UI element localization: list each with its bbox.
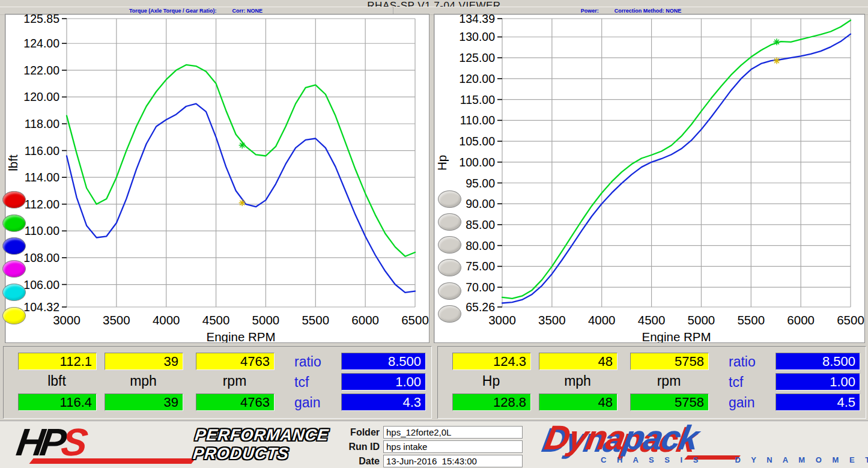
torque-chart[interactable]: 125.85124.00122.00120.00118.00116.00114.… [5,14,429,342]
mph-label: mph [105,373,182,389]
svg-text:85.00: 85.00 [466,218,495,231]
channel-button-red[interactable] [2,191,26,208]
rpm-label: rpm [630,373,708,389]
power-cursor1-value: 124.3 [452,353,531,370]
svg-text:114.00: 114.00 [25,171,59,184]
hps-logo: HPS PERFORMANCE PRODUCTS [11,424,329,467]
svg-text:120.00: 120.00 [23,90,59,103]
torque-caption-corr: Corr: NONE [232,8,263,14]
run-id-input[interactable] [383,440,523,453]
channel-button-gray-4[interactable] [438,259,461,276]
dynapack-logo-pack: pack [621,418,701,457]
power-caption-corr: Correction Method: NONE [615,8,682,14]
svg-text:105.00: 105.00 [459,135,495,148]
power-chart[interactable]: 134.39130.00125.00120.00115.00110.00105.… [434,14,864,342]
svg-text:5500: 5500 [302,313,329,327]
torque-cursor1-rpm: 4763 [196,353,275,370]
svg-text:6500: 6500 [837,313,864,327]
svg-text:116.00: 116.00 [25,144,59,157]
svg-text:118.00: 118.00 [25,117,59,130]
svg-text:3500: 3500 [103,313,130,327]
viewer-window: RHAS-SP V1.7-04 VIEWER Torque (Axle Torq… [0,0,868,468]
svg-text:115.00: 115.00 [460,93,495,106]
torque-cursor1-mph: 39 [105,353,183,370]
power-cursor1-mph: 48 [539,353,618,370]
date-input[interactable] [383,455,523,467]
window-title-bar: RHAS-SP V1.7-04 VIEWER [0,0,868,7]
mph-label: mph [539,373,616,389]
svg-text:75.00: 75.00 [466,260,495,273]
rpm-label: rpm [196,373,273,389]
torque-readout-panel: 112.1 39 4763 lbft mph rpm 116.4 39 4763… [3,346,432,419]
torque-tcf-field[interactable]: 1.00 [341,373,426,391]
torque-ratio-field[interactable]: 8.500 [341,353,426,370]
svg-text:6000: 6000 [787,313,815,327]
svg-text:134.39: 134.39 [459,14,495,25]
channel-button-gray-3[interactable] [438,236,461,254]
power-chart-panel: 134.39130.00125.00120.00115.00110.00105.… [434,14,865,343]
svg-text:3000: 3000 [53,313,80,327]
power-gain-field[interactable]: 4.5 [775,394,860,411]
svg-text:3500: 3500 [538,313,566,327]
dynapack-dynamometers-text: D Y N A M O M E T E R S [735,455,868,464]
svg-text:6500: 6500 [401,313,429,327]
channel-button-gray-2[interactable] [438,213,461,231]
svg-text:4000: 4000 [153,313,180,327]
folder-input[interactable] [383,426,523,439]
torque-gain-field[interactable]: 4.3 [341,394,426,411]
svg-text:130.00: 130.00 [459,30,495,43]
folder-label: Folder [336,427,380,438]
channel-button-cyan[interactable] [2,284,26,301]
power-cursor2-mph: 48 [539,394,618,411]
torque-unit-label: lbft [18,373,96,389]
gain-label: gain [729,395,754,411]
channel-button-blue[interactable] [2,237,26,255]
date-label: Date [336,456,380,467]
svg-text:5000: 5000 [252,313,280,327]
tcf-label: tcf [294,374,309,391]
channel-button-magenta[interactable] [2,260,26,278]
gain-label: gain [294,395,320,411]
svg-text:112.00: 112.00 [25,198,59,211]
svg-text:5000: 5000 [688,313,715,327]
torque-caption-label: Torque (Axle Torque / Gear Ratio): [129,8,217,14]
hps-performance-text: PERFORMANCE [194,426,330,445]
channel-button-gray-5[interactable] [438,282,461,300]
svg-text:106.00: 106.00 [23,278,59,291]
svg-text:lbft: lbft [6,154,20,171]
channel-button-green[interactable] [2,214,26,232]
svg-text:110.00: 110.00 [25,224,59,237]
tcf-label: tcf [729,374,743,391]
svg-text:6000: 6000 [351,313,379,327]
power-ratio-field[interactable]: 8.500 [775,353,860,370]
channel-button-gray-1[interactable] [438,190,461,208]
dynapack-chassis-text: C H A S S I S [601,455,703,464]
svg-text:Engine RPM: Engine RPM [206,330,275,342]
svg-text:80.00: 80.00 [466,239,495,252]
power-cursor2-rpm: 5758 [630,394,709,411]
power-tcf-field[interactable]: 1.00 [775,373,860,391]
channel-button-yellow[interactable] [2,307,26,324]
ratio-label: ratio [294,354,321,370]
svg-text:95.00: 95.00 [466,177,495,190]
torque-cursor2-rpm: 4763 [196,394,275,411]
svg-text:125.85: 125.85 [23,14,59,25]
torque-chart-panel: 125.85124.00122.00120.00118.00116.00114.… [5,14,429,343]
svg-text:5500: 5500 [737,313,765,327]
torque-cursor2-value: 116.4 [18,394,97,411]
svg-text:3000: 3000 [488,313,516,327]
svg-text:4500: 4500 [638,313,666,327]
ratio-label: ratio [729,354,756,370]
power-unit-label: Hp [452,373,530,389]
svg-text:110.00: 110.00 [460,114,495,127]
channel-button-gray-6[interactable] [438,305,461,323]
svg-text:100.00: 100.00 [459,156,495,169]
svg-text:104.32: 104.32 [23,300,59,314]
svg-text:90.00: 90.00 [466,197,495,210]
svg-text:124.00: 124.00 [23,37,59,50]
window-title: RHAS-SP V1.7-04 VIEWER [367,0,500,7]
svg-text:125.00: 125.00 [459,51,495,64]
svg-text:Engine RPM: Engine RPM [642,330,711,342]
svg-text:4500: 4500 [202,313,230,327]
svg-text:Hp: Hp [435,155,449,171]
